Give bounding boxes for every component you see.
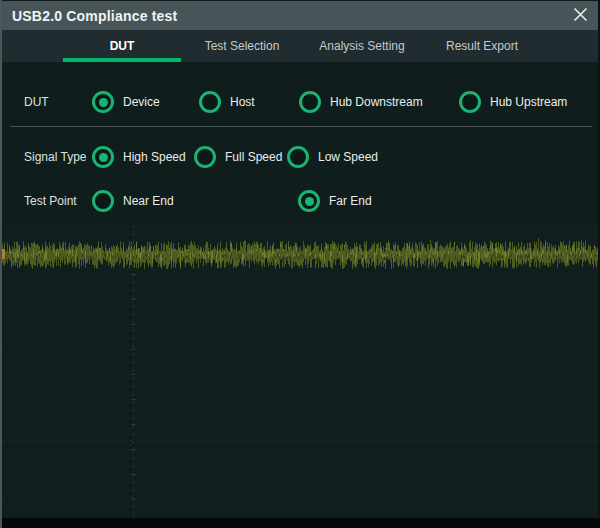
close-button[interactable] [566,3,594,29]
bottom-strip [2,518,600,528]
titlebar: USB2.0 Compliance test [2,0,600,30]
radio-unselected-icon [92,190,114,212]
radio-far-end[interactable]: Far End [298,179,372,223]
form-row-signal-type: Signal Type High Speed Full Speed Low Sp… [2,135,600,179]
radio-low-speed-label: Low Speed [318,150,378,164]
test-point-label: Test Point [24,179,77,223]
tab-dut[interactable]: DUT [62,30,182,62]
graticule-hline [2,440,600,441]
radio-unselected-icon [199,91,221,113]
radio-hub-upstream-label: Hub Upstream [490,95,567,109]
waveform-display [2,225,600,518]
tab-test-selection-label: Test Selection [205,39,280,53]
tab-analysis-setting[interactable]: Analysis Setting [302,30,422,62]
radio-host-label: Host [230,95,255,109]
window-title: USB2.0 Compliance test [12,8,177,24]
radio-low-speed[interactable]: Low Speed [287,135,378,179]
active-tab-underline [63,58,181,62]
radio-hub-downstream-label: Hub Downstream [330,95,423,109]
close-icon [572,6,589,27]
radio-near-end-label: Near End [123,194,174,208]
usb-compliance-dialog: USB2.0 Compliance test DUT Test Selectio… [0,0,600,528]
radio-near-end[interactable]: Near End [92,179,174,223]
form-row-test-point: Test Point Near End Far End [2,179,600,223]
tab-dut-label: DUT [110,39,135,53]
tab-result-export[interactable]: Result Export [422,30,542,62]
radio-full-speed-label: Full Speed [225,150,282,164]
radio-device[interactable]: Device [92,80,160,124]
radio-host[interactable]: Host [199,80,255,124]
radio-high-speed-label: High Speed [123,150,186,164]
radio-unselected-icon [459,91,481,113]
graticule-hline [2,497,600,498]
radio-selected-icon [298,190,320,212]
radio-device-label: Device [123,95,160,109]
radio-hub-upstream[interactable]: Hub Upstream [459,80,567,124]
row-divider [10,126,592,127]
radio-unselected-icon [287,146,309,168]
signal-type-label: Signal Type [24,135,87,179]
radio-unselected-icon [299,91,321,113]
tabbar: DUT Test Selection Analysis Setting Resu… [2,30,600,62]
radio-selected-icon [92,91,114,113]
trace-start-marker [2,249,5,259]
dut-label: DUT [24,80,49,124]
radio-selected-icon [92,146,114,168]
form-row-dut: DUT Device Host Hub Downstream Hub Upstr… [2,80,600,124]
radio-high-speed[interactable]: High Speed [92,135,186,179]
tab-result-export-label: Result Export [446,39,518,53]
radio-far-end-label: Far End [329,194,372,208]
radio-full-speed[interactable]: Full Speed [194,135,282,179]
tab-test-selection[interactable]: Test Selection [182,30,302,62]
graticule-hline [2,349,600,350]
radio-unselected-icon [194,146,216,168]
radio-hub-downstream[interactable]: Hub Downstream [299,80,423,124]
tab-analysis-setting-label: Analysis Setting [319,39,404,53]
waveform-canvas [2,225,600,295]
